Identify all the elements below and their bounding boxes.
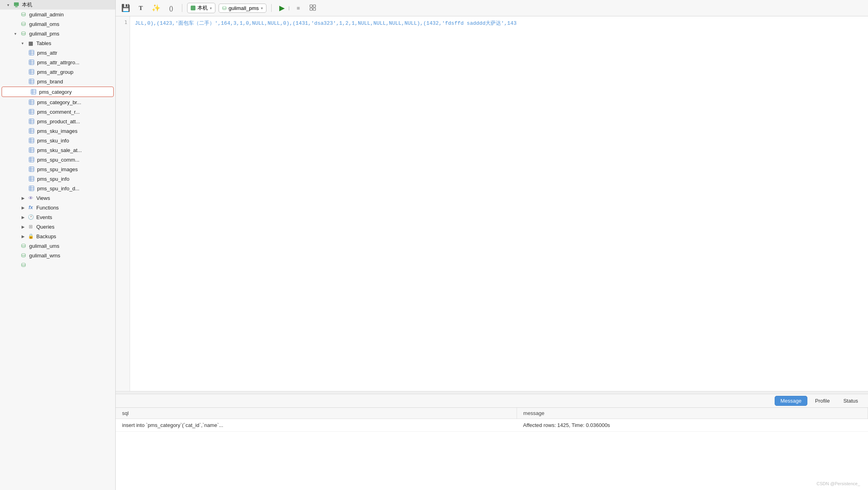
sidebar-item-gulimall-sms[interactable]: ⛁ gulimall_ums: [0, 241, 115, 251]
svg-rect-65: [313, 8, 316, 10]
results-panel: Message Profile Status sql message inser…: [116, 394, 868, 490]
db-selector-label: gulimall_pms: [229, 5, 259, 11]
db-pms-label: gulimall_pms: [29, 31, 59, 37]
svg-rect-54: [29, 176, 34, 181]
sidebar-views-group[interactable]: ▶ 👁 Views: [0, 193, 115, 203]
sidebar-tables-group[interactable]: ▾ ▦ Tables: [0, 38, 115, 48]
magic-icon: ✨: [152, 4, 160, 12]
run-shortcut: |: [288, 6, 290, 10]
line-number-1: 1: [116, 20, 127, 25]
table-pms-comment-r[interactable]: pms_comment_r...: [0, 107, 115, 117]
local-machine-icon: [13, 1, 20, 8]
svg-rect-6: [29, 60, 34, 65]
results-header-row: sql message: [116, 408, 868, 419]
table-icon-pms-attr-group: [28, 68, 35, 75]
col-header-sql: sql: [116, 408, 517, 419]
connection-local-icon: [191, 6, 195, 10]
db-icon-oms: ⛁: [20, 20, 27, 28]
main-area: 💾 T ✨ () 本机 ▾ ⛁ gulimall_pms ▾ ▶ |: [116, 0, 868, 490]
editor-scrollbar-area[interactable]: [116, 391, 868, 394]
sidebar-item-gulimall-pms[interactable]: ▾ ⛁ gulimall_pms: [0, 29, 115, 38]
views-label: Views: [36, 195, 50, 201]
table-pms-sku-info[interactable]: pms_sku_info: [0, 136, 115, 145]
sidebar-item-gulimall-wms[interactable]: ⛁: [0, 260, 115, 270]
functions-arrow: ▶: [22, 205, 27, 210]
queries-label: Queries: [36, 224, 55, 230]
table-pms-category[interactable]: pms_category: [2, 87, 114, 97]
table-pms-sku-sale-at[interactable]: pms_sku_sale_at...: [0, 145, 115, 155]
svg-rect-58: [29, 186, 34, 191]
magic-button[interactable]: ✨: [150, 2, 162, 14]
svg-rect-38: [29, 138, 34, 143]
svg-rect-18: [31, 89, 36, 94]
table-pms-attr[interactable]: pms_attr: [0, 48, 115, 57]
db-selector[interactable]: ⛁ gulimall_pms ▾: [219, 4, 266, 13]
cell-sql: insert into `pms_category`(`cat_id`,`nam…: [116, 419, 517, 432]
db-selector-icon: ⛁: [222, 5, 227, 11]
sidebar-item-gulimall-oms[interactable]: ⛁ gulimall_oms: [0, 19, 115, 29]
events-arrow: ▶: [22, 215, 27, 219]
save-button[interactable]: 💾: [120, 2, 132, 14]
sidebar-events-group[interactable]: ▶ 🕐 Events: [0, 212, 115, 222]
table-pms-spu-info-d[interactable]: pms_spu_info_d...: [0, 184, 115, 193]
table-row[interactable]: insert into `pms_category`(`cat_id`,`nam…: [116, 419, 868, 432]
sidebar: ▾ 本机 ⛁ gulimall_admin ⛁ gulimall_oms ▾ ⛁…: [0, 0, 116, 490]
db-admin-label: gulimall_admin: [29, 12, 64, 18]
table-pms-brand-label: pms_brand: [37, 79, 63, 85]
table-pms-comment-r-label: pms_comment_r...: [37, 109, 80, 115]
table-icon-pms-product-att: [28, 118, 35, 125]
text-button[interactable]: T: [135, 2, 147, 14]
tab-message[interactable]: Message: [775, 396, 808, 406]
table-pms-product-att[interactable]: pms_product_att...: [0, 117, 115, 126]
table-icon-pms-brand: [28, 78, 35, 85]
table-pms-brand[interactable]: pms_brand: [0, 77, 115, 86]
table-pms-spu-comm[interactable]: pms_spu_comm...: [0, 155, 115, 164]
run-button[interactable]: ▶: [276, 2, 288, 14]
svg-rect-42: [29, 148, 34, 152]
bracket-button[interactable]: (): [165, 2, 177, 14]
table-pms-spu-images-label: pms_spu_images: [37, 166, 78, 172]
svg-rect-0: [14, 2, 19, 6]
table-pms-category-label: pms_category: [39, 89, 72, 95]
table-pms-category-br[interactable]: pms_category_br...: [0, 97, 115, 107]
pms-arrow: ▾: [14, 32, 20, 36]
table-pms-spu-images[interactable]: pms_spu_images: [0, 164, 115, 174]
table-pms-sku-images-label: pms_sku_images: [37, 128, 77, 134]
stop-button[interactable]: ■: [293, 2, 304, 14]
tab-profile[interactable]: Profile: [809, 396, 836, 406]
db-selector-dropdown-arrow: ▾: [261, 6, 263, 10]
svg-rect-50: [29, 167, 34, 172]
svg-rect-63: [313, 5, 316, 7]
results-table: sql message insert into `pms_category`(`…: [116, 408, 868, 432]
table-icon-pms-spu-info: [28, 175, 35, 182]
sidebar-item-gulimall-ums[interactable]: ⛁ gulimall_wms: [0, 251, 115, 260]
tables-folder-icon: ▦: [27, 40, 34, 47]
root-arrow: ▾: [7, 3, 13, 7]
sidebar-queries-group[interactable]: ▶ ⊞ Queries: [0, 222, 115, 231]
db-icon-wms: ⛁: [20, 261, 27, 269]
table-pms-attr-attrgro[interactable]: pms_attr_attrgro...: [0, 57, 115, 67]
cell-message: Affected rows: 1425, Time: 0.036000s: [517, 419, 868, 432]
connection-selector[interactable]: 本机 ▾: [187, 3, 215, 13]
table-pms-sku-images[interactable]: pms_sku_images: [0, 126, 115, 136]
connection-label: 本机: [197, 4, 208, 12]
root-label: 本机: [22, 1, 32, 8]
results-tab-bar: Message Profile Status: [116, 394, 868, 408]
tab-status[interactable]: Status: [837, 396, 864, 406]
grid-button[interactable]: [307, 2, 318, 14]
sidebar-root[interactable]: ▾ 本机: [0, 0, 115, 10]
line-numbers: 1: [116, 16, 130, 391]
table-icon-pms-category: [30, 88, 37, 95]
sidebar-item-gulimall-admin[interactable]: ⛁ gulimall_admin: [0, 10, 115, 19]
db-icon-pms: ⛁: [20, 30, 27, 37]
sidebar-functions-group[interactable]: ▶ fx Functions: [0, 203, 115, 212]
table-pms-attr-group[interactable]: pms_attr_group: [0, 67, 115, 77]
editor-content[interactable]: JLL,0),(1423,'面包车（二手）',164,3,1,0,NULL,NU…: [130, 16, 868, 391]
sidebar-backups-group[interactable]: ▶ 🔒 Backups: [0, 231, 115, 241]
db-icon-sms: ⛁: [20, 242, 27, 249]
backups-label: Backups: [36, 233, 56, 239]
table-pms-spu-info[interactable]: pms_spu_info: [0, 174, 115, 184]
table-pms-product-att-label: pms_product_att...: [37, 119, 80, 124]
editor-area: 1 JLL,0),(1423,'面包车（二手）',164,3,1,0,NULL,…: [116, 16, 868, 391]
table-pms-attr-attrgro-label: pms_attr_attrgro...: [37, 59, 79, 65]
